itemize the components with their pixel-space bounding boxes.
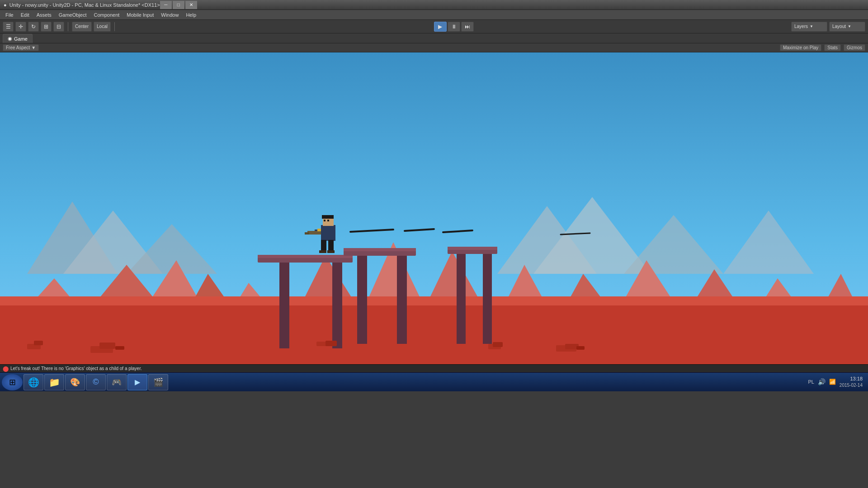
svg-rect-61 [99, 343, 115, 349]
svg-rect-53 [327, 250, 335, 253]
svg-rect-34 [258, 255, 353, 258]
svg-rect-42 [448, 247, 497, 250]
taskbar-time: 13:18 [840, 375, 863, 382]
taskbar-app4[interactable]: © [86, 374, 106, 390]
pause-button[interactable]: ⏸ [448, 22, 460, 32]
menu-mobileinput[interactable]: Mobile Input [123, 11, 157, 19]
toolbar-separator-2 [114, 22, 115, 31]
menu-bar: File Edit Assets GameObject Component Mo… [0, 10, 868, 20]
game-scene-canvas [0, 52, 868, 364]
center-pivot-label: Center [75, 24, 89, 29]
svg-rect-40 [483, 252, 492, 344]
tool-scale[interactable]: ⊞ [41, 22, 52, 32]
maximize-button[interactable]: □ [173, 1, 184, 9]
explorer-icon: 📁 [49, 377, 60, 388]
taskbar-app7[interactable]: 🎬 [148, 374, 168, 390]
tool-hand[interactable]: ☰ [3, 22, 14, 32]
menu-gameobject[interactable]: GameObject [55, 11, 90, 19]
aspect-dropdown[interactable]: Free Aspect ▼ [3, 44, 39, 51]
error-icon: ⬤ [3, 366, 9, 372]
layout-dropdown-arrow: ▼ [848, 24, 851, 28]
center-pivot-button[interactable]: Center [72, 22, 92, 32]
error-message: Let's freak out! There is no 'Graphics' … [10, 366, 142, 371]
layers-label: Layers [794, 24, 808, 29]
taskbar-paint[interactable]: 🎨 [65, 374, 85, 390]
layout-dropdown[interactable]: Layout ▼ [829, 22, 865, 32]
game-view [0, 52, 868, 364]
start-icon: ⊞ [9, 377, 16, 387]
tab-bar: ◉ Game [0, 33, 868, 43]
play-button[interactable]: ▶ [434, 22, 447, 32]
tab-game[interactable]: ◉ Game [3, 34, 33, 43]
right-toolbar: Layers ▼ Layout ▼ [791, 22, 865, 32]
menu-file[interactable]: File [2, 11, 17, 19]
svg-rect-31 [332, 260, 342, 348]
paint-icon: 🎨 [70, 377, 80, 387]
tool-rotate[interactable]: ↻ [28, 22, 39, 32]
svg-rect-39 [457, 252, 466, 344]
title-bar: ● Unity - nowy.unity - Unity2D - PC, Mac… [0, 0, 868, 10]
taskbar-language: PL [808, 379, 814, 385]
layers-dropdown-arrow: ▼ [810, 24, 813, 28]
taskbar-unity[interactable]: ▶ [127, 374, 147, 390]
svg-rect-55 [307, 231, 321, 235]
layers-dropdown[interactable]: Layers ▼ [791, 22, 827, 32]
svg-rect-52 [319, 250, 326, 253]
menu-assets[interactable]: Assets [33, 11, 55, 19]
taskbar-app5[interactable]: 🎮 [107, 374, 127, 390]
aspect-label: Free Aspect [6, 45, 30, 50]
svg-rect-59 [327, 220, 329, 221]
chrome-icon: 🌐 [28, 377, 39, 388]
gizmos-button[interactable]: Gizmos [844, 44, 865, 51]
step-button[interactable]: ⏭ [461, 22, 474, 32]
title-bar-controls: ─ □ ✕ [160, 1, 197, 9]
taskbar-chrome[interactable]: 🌐 [24, 374, 43, 390]
right-sub-bar: Maximize on Play Stats Gizmos [780, 44, 865, 51]
svg-rect-36 [397, 253, 407, 344]
game-tab-label: Game [14, 36, 28, 42]
main-toolbar: ☰ ✛ ↻ ⊞ ⊟ Center Local ▶ ⏸ ⏭ Layers ▼ La… [0, 20, 868, 33]
tool-rect[interactable]: ⊟ [53, 22, 64, 32]
menu-component[interactable]: Component [90, 11, 123, 19]
svg-rect-51 [328, 240, 334, 251]
svg-rect-38 [344, 248, 416, 251]
local-global-button[interactable]: Local [94, 22, 111, 32]
speaker-icon: 🔊 [818, 378, 826, 385]
svg-rect-64 [493, 342, 503, 347]
menu-edit[interactable]: Edit [17, 11, 33, 19]
svg-rect-49 [322, 215, 334, 219]
svg-rect-63 [326, 341, 337, 346]
layout-label: Layout [832, 24, 846, 29]
play-controls: ▶ ⏸ ⏭ [434, 22, 474, 32]
taskbar-clock[interactable]: 13:18 2015-02-14 [840, 375, 863, 389]
svg-rect-66 [576, 346, 585, 350]
stats-button[interactable]: Stats [824, 44, 841, 51]
taskbar-date: 2015-02-14 [840, 382, 863, 389]
svg-rect-62 [115, 346, 124, 350]
svg-rect-58 [324, 220, 326, 221]
menu-help[interactable]: Help [182, 11, 200, 19]
svg-rect-47 [321, 225, 335, 241]
error-bar: ⬤ Let's freak out! There is no 'Graphics… [0, 364, 868, 372]
svg-rect-35 [357, 253, 367, 344]
close-button[interactable]: ✕ [185, 1, 197, 9]
app7-icon: 🎬 [153, 377, 163, 387]
taskbar: ⊞ 🌐 📁 🎨 © 🎮 ▶ 🎬 PL 🔊 📶 13:18 2015-02-14 [0, 372, 868, 391]
maximize-on-play-button[interactable]: Maximize on Play [780, 44, 821, 51]
svg-rect-22 [0, 296, 868, 364]
tool-move[interactable]: ✛ [15, 22, 26, 32]
taskbar-explorer[interactable]: 📁 [44, 374, 64, 390]
toolbar-separator-1 [68, 22, 68, 31]
game-tab-icon: ◉ [8, 36, 12, 42]
aspect-arrow: ▼ [31, 45, 36, 50]
start-button[interactable]: ⊞ [2, 374, 23, 390]
app5-icon: 🎮 [112, 377, 122, 387]
menu-window[interactable]: Window [157, 11, 182, 19]
local-global-label: Local [97, 24, 108, 29]
minimize-button[interactable]: ─ [160, 1, 172, 9]
svg-rect-57 [317, 229, 321, 231]
svg-rect-23 [0, 296, 868, 305]
app4-icon: © [93, 377, 99, 387]
svg-rect-60 [34, 341, 43, 345]
svg-rect-50 [321, 240, 326, 251]
